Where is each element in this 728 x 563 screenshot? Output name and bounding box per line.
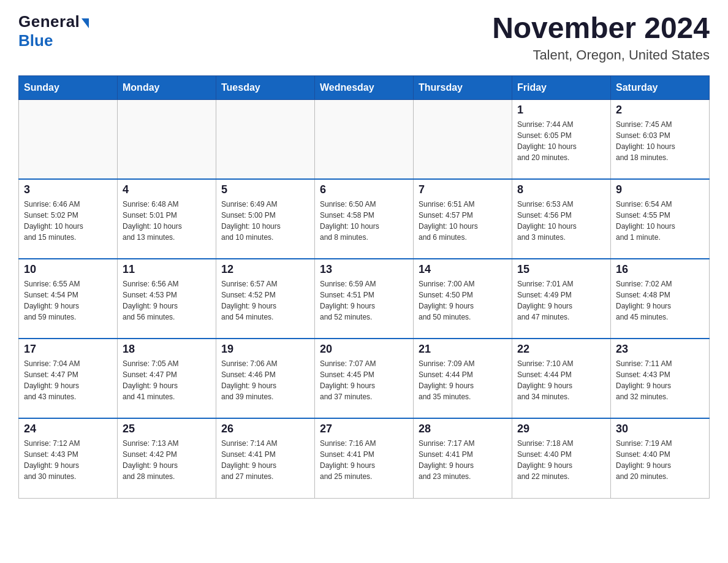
calendar-cell — [414, 99, 512, 179]
day-number: 27 — [320, 423, 408, 435]
day-info: Sunrise: 6:50 AM Sunset: 4:58 PM Dayligh… — [320, 199, 408, 243]
calendar-cell: 23Sunrise: 7:11 AM Sunset: 4:43 PM Dayli… — [611, 339, 710, 418]
title-block: November 2024 Talent, Oregon, United Sta… — [492, 12, 710, 63]
day-info: Sunrise: 6:55 AM Sunset: 4:54 PM Dayligh… — [24, 278, 112, 323]
day-info: Sunrise: 7:11 AM Sunset: 4:43 PM Dayligh… — [616, 358, 704, 402]
day-number: 7 — [419, 183, 507, 196]
calendar-cell: 28Sunrise: 7:17 AM Sunset: 4:41 PM Dayli… — [414, 418, 512, 498]
day-info: Sunrise: 7:01 AM Sunset: 4:49 PM Dayligh… — [517, 278, 605, 323]
day-info: Sunrise: 6:54 AM Sunset: 4:55 PM Dayligh… — [616, 199, 704, 243]
logo-blue-text: Blue — [18, 31, 53, 50]
day-number: 25 — [123, 423, 211, 435]
day-number: 21 — [419, 343, 507, 356]
day-of-week-header: Thursday — [414, 75, 512, 99]
day-info: Sunrise: 7:14 AM Sunset: 4:41 PM Dayligh… — [221, 438, 309, 482]
day-number: 4 — [123, 183, 211, 196]
calendar-cell: 8Sunrise: 6:53 AM Sunset: 4:56 PM Daylig… — [512, 179, 611, 259]
calendar-cell — [216, 99, 315, 179]
logo-arrow-icon — [82, 18, 89, 28]
day-number: 9 — [616, 183, 704, 196]
calendar-cell: 22Sunrise: 7:10 AM Sunset: 4:44 PM Dayli… — [512, 339, 611, 418]
calendar-cell: 2Sunrise: 7:45 AM Sunset: 6:03 PM Daylig… — [611, 99, 710, 179]
day-of-week-header: Sunday — [19, 75, 118, 99]
day-number: 10 — [24, 263, 112, 276]
day-of-week-header: Saturday — [611, 75, 710, 99]
day-info: Sunrise: 7:16 AM Sunset: 4:41 PM Dayligh… — [320, 438, 408, 482]
day-number: 6 — [320, 183, 408, 196]
calendar-cell: 29Sunrise: 7:18 AM Sunset: 4:40 PM Dayli… — [512, 418, 611, 498]
day-info: Sunrise: 6:57 AM Sunset: 4:52 PM Dayligh… — [221, 278, 309, 323]
day-info: Sunrise: 7:12 AM Sunset: 4:43 PM Dayligh… — [24, 438, 112, 482]
calendar-cell: 11Sunrise: 6:56 AM Sunset: 4:53 PM Dayli… — [118, 259, 216, 339]
day-info: Sunrise: 6:48 AM Sunset: 5:01 PM Dayligh… — [123, 199, 211, 243]
day-info: Sunrise: 7:07 AM Sunset: 4:45 PM Dayligh… — [320, 358, 408, 402]
calendar-table: SundayMondayTuesdayWednesdayThursdayFrid… — [18, 75, 710, 499]
calendar-cell: 18Sunrise: 7:05 AM Sunset: 4:47 PM Dayli… — [118, 339, 216, 418]
day-number: 19 — [221, 343, 309, 356]
calendar-cell: 30Sunrise: 7:19 AM Sunset: 4:40 PM Dayli… — [611, 418, 710, 498]
day-info: Sunrise: 6:53 AM Sunset: 4:56 PM Dayligh… — [517, 199, 605, 243]
day-number: 23 — [616, 343, 704, 356]
calendar-cell — [315, 99, 414, 179]
day-number: 18 — [123, 343, 211, 356]
logo: General Blue — [18, 12, 89, 50]
day-number: 1 — [517, 104, 605, 117]
calendar-cell: 1Sunrise: 7:44 AM Sunset: 6:05 PM Daylig… — [512, 99, 611, 179]
calendar-cell — [118, 99, 216, 179]
day-number: 17 — [24, 343, 112, 356]
calendar-cell: 17Sunrise: 7:04 AM Sunset: 4:47 PM Dayli… — [19, 339, 118, 418]
calendar-cell: 5Sunrise: 6:49 AM Sunset: 5:00 PM Daylig… — [216, 179, 315, 259]
day-number: 8 — [517, 183, 605, 196]
day-of-week-header: Monday — [118, 75, 216, 99]
day-number: 2 — [616, 104, 704, 117]
calendar-week-row: 17Sunrise: 7:04 AM Sunset: 4:47 PM Dayli… — [19, 339, 710, 418]
day-number: 14 — [419, 263, 507, 276]
day-number: 12 — [221, 263, 309, 276]
day-number: 24 — [24, 423, 112, 435]
calendar-week-row: 10Sunrise: 6:55 AM Sunset: 4:54 PM Dayli… — [19, 259, 710, 339]
day-info: Sunrise: 7:05 AM Sunset: 4:47 PM Dayligh… — [123, 358, 211, 402]
calendar-cell: 20Sunrise: 7:07 AM Sunset: 4:45 PM Dayli… — [315, 339, 414, 418]
calendar-cell: 24Sunrise: 7:12 AM Sunset: 4:43 PM Dayli… — [19, 418, 118, 498]
calendar-cell: 16Sunrise: 7:02 AM Sunset: 4:48 PM Dayli… — [611, 259, 710, 339]
day-info: Sunrise: 6:46 AM Sunset: 5:02 PM Dayligh… — [24, 199, 112, 243]
day-number: 15 — [517, 263, 605, 276]
day-number: 5 — [221, 183, 309, 196]
day-info: Sunrise: 6:56 AM Sunset: 4:53 PM Dayligh… — [123, 278, 211, 323]
day-info: Sunrise: 7:09 AM Sunset: 4:44 PM Dayligh… — [419, 358, 507, 402]
day-of-week-header: Tuesday — [216, 75, 315, 99]
day-info: Sunrise: 7:06 AM Sunset: 4:46 PM Dayligh… — [221, 358, 309, 402]
day-info: Sunrise: 7:00 AM Sunset: 4:50 PM Dayligh… — [419, 278, 507, 323]
calendar-cell: 27Sunrise: 7:16 AM Sunset: 4:41 PM Dayli… — [315, 418, 414, 498]
calendar-cell: 4Sunrise: 6:48 AM Sunset: 5:01 PM Daylig… — [118, 179, 216, 259]
logo-general-text: General — [18, 12, 80, 31]
day-info: Sunrise: 7:44 AM Sunset: 6:05 PM Dayligh… — [517, 119, 605, 163]
day-info: Sunrise: 7:02 AM Sunset: 4:48 PM Dayligh… — [616, 278, 704, 323]
day-number: 28 — [419, 423, 507, 435]
day-number: 30 — [616, 423, 704, 435]
calendar-header-row: SundayMondayTuesdayWednesdayThursdayFrid… — [19, 75, 710, 99]
day-number: 22 — [517, 343, 605, 356]
calendar-cell: 12Sunrise: 6:57 AM Sunset: 4:52 PM Dayli… — [216, 259, 315, 339]
day-info: Sunrise: 7:10 AM Sunset: 4:44 PM Dayligh… — [517, 358, 605, 402]
day-info: Sunrise: 7:13 AM Sunset: 4:42 PM Dayligh… — [123, 438, 211, 482]
day-info: Sunrise: 7:17 AM Sunset: 4:41 PM Dayligh… — [419, 438, 507, 482]
day-of-week-header: Wednesday — [315, 75, 414, 99]
day-number: 16 — [616, 263, 704, 276]
day-number: 13 — [320, 263, 408, 276]
day-info: Sunrise: 7:04 AM Sunset: 4:47 PM Dayligh… — [24, 358, 112, 402]
calendar-cell: 21Sunrise: 7:09 AM Sunset: 4:44 PM Dayli… — [414, 339, 512, 418]
calendar-cell: 14Sunrise: 7:00 AM Sunset: 4:50 PM Dayli… — [414, 259, 512, 339]
day-info: Sunrise: 6:59 AM Sunset: 4:51 PM Dayligh… — [320, 278, 408, 323]
calendar-title: November 2024 — [492, 12, 710, 45]
calendar-cell: 19Sunrise: 7:06 AM Sunset: 4:46 PM Dayli… — [216, 339, 315, 418]
day-of-week-header: Friday — [512, 75, 611, 99]
day-info: Sunrise: 7:45 AM Sunset: 6:03 PM Dayligh… — [616, 119, 704, 163]
calendar-cell: 25Sunrise: 7:13 AM Sunset: 4:42 PM Dayli… — [118, 418, 216, 498]
calendar-subtitle: Talent, Oregon, United States — [492, 47, 710, 63]
calendar-cell: 10Sunrise: 6:55 AM Sunset: 4:54 PM Dayli… — [19, 259, 118, 339]
day-number: 11 — [123, 263, 211, 276]
calendar-cell — [19, 99, 118, 179]
calendar-cell: 13Sunrise: 6:59 AM Sunset: 4:51 PM Dayli… — [315, 259, 414, 339]
calendar-week-row: 3Sunrise: 6:46 AM Sunset: 5:02 PM Daylig… — [19, 179, 710, 259]
